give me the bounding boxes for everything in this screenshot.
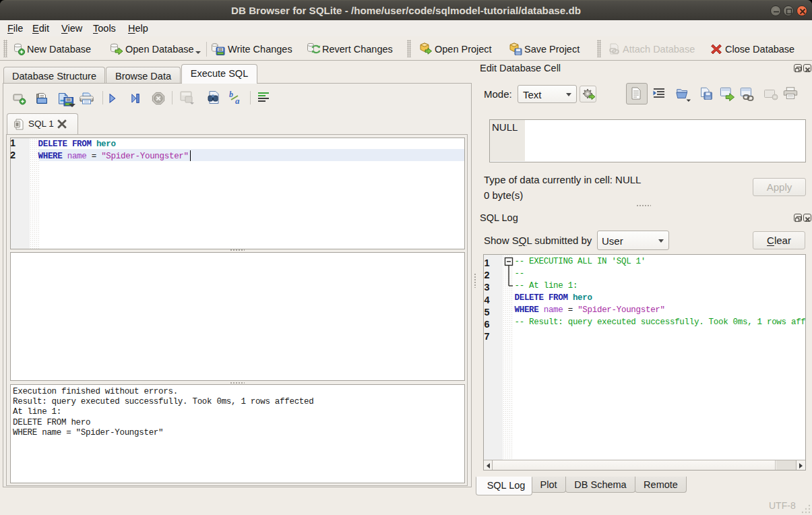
svg-text:b: b (229, 90, 233, 99)
